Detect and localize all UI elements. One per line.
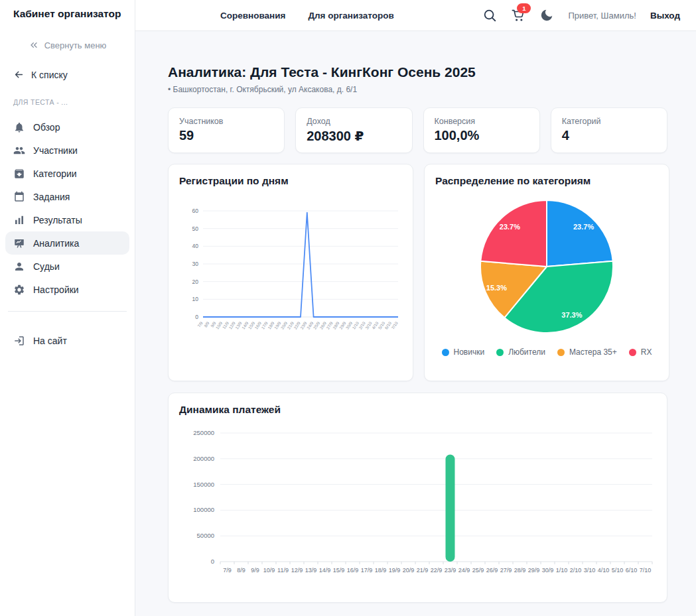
stat-card: Категорий 4	[551, 107, 667, 153]
svg-text:19/9: 19/9	[389, 567, 401, 574]
svg-text:11/9: 11/9	[277, 567, 289, 574]
presentation-icon	[13, 237, 25, 249]
user-greeting: Привет, Шамиль!	[568, 11, 636, 21]
sidebar-item-person[interactable]: Судьи	[5, 255, 129, 278]
registrations-line-chart: 01020304050607/98/99/910/911/912/913/914…	[179, 192, 402, 353]
legend-item[interactable]: Новички	[442, 347, 485, 357]
sidebar-item-archive[interactable]: Категории	[5, 162, 129, 185]
svg-text:22/9: 22/9	[431, 567, 443, 574]
stat-value: 208300 ₽	[307, 128, 401, 144]
double-chevron-left-icon	[29, 40, 39, 50]
sidebar-item-label: Настройки	[33, 284, 79, 295]
calendar-icon	[13, 191, 25, 203]
registrations-chart-title: Регистрации по дням	[179, 175, 402, 187]
svg-text:40: 40	[192, 243, 199, 249]
svg-text:13/9: 13/9	[305, 567, 317, 574]
legend-item[interactable]: RX	[629, 347, 652, 357]
svg-text:0: 0	[211, 558, 214, 565]
topbar-right: 1 Привет, Шамиль! Выход	[482, 8, 680, 23]
search-button[interactable]	[482, 8, 497, 23]
legend-item[interactable]: Мастера 35+	[557, 347, 617, 357]
stats-row: Участников 59 Доход 208300 ₽ Конверсия 1…	[168, 107, 667, 153]
svg-text:28/9: 28/9	[514, 567, 526, 574]
sidebar-item-presentation[interactable]: Аналитика	[5, 231, 129, 255]
svg-text:200000: 200000	[193, 455, 214, 462]
payments-chart-card: Динамика платежей 0500001000001500002000…	[168, 393, 667, 603]
gear-icon	[13, 284, 25, 296]
cart-badge: 1	[517, 3, 531, 13]
cart-button[interactable]: 1	[511, 8, 525, 23]
svg-text:0: 0	[195, 314, 198, 320]
svg-text:7/10: 7/10	[390, 320, 399, 330]
categories-chart-title: Распределение по категориям	[435, 175, 658, 187]
arrow-left-icon	[13, 69, 25, 80]
categories-chart-card: Распределение по категориям 23.7%37.3%15…	[424, 164, 669, 381]
svg-text:14/9: 14/9	[319, 567, 331, 574]
back-to-list-link[interactable]: К списку	[13, 69, 121, 80]
person-icon	[13, 261, 25, 273]
svg-text:21/9: 21/9	[417, 567, 429, 574]
svg-text:7/10: 7/10	[640, 567, 652, 574]
legend-label: RX	[641, 347, 652, 357]
sidebar-item-label: Судьи	[33, 261, 60, 272]
categories-pie-chart: 23.7%37.3%15.3%23.7%	[435, 192, 658, 346]
legend-dot-icon	[629, 349, 636, 356]
sidebar-item-label: Участники	[33, 145, 78, 156]
svg-text:3/10: 3/10	[584, 567, 596, 574]
svg-text:24/9: 24/9	[458, 567, 470, 574]
content: Аналитика: Для Теста - КингКонг Осень 20…	[135, 31, 696, 616]
collapse-menu-label: Свернуть меню	[44, 40, 107, 50]
payments-chart-title: Динамика платежей	[179, 404, 656, 416]
svg-text:10: 10	[192, 296, 199, 302]
svg-text:2/10: 2/10	[570, 567, 582, 574]
sidebar-item-bar-chart[interactable]: Результаты	[5, 208, 129, 231]
svg-text:23.7%: 23.7%	[500, 223, 520, 231]
sidebar: Кабинет организатор Свернуть меню К спис…	[0, 0, 135, 616]
archive-icon	[13, 168, 25, 180]
svg-text:20: 20	[192, 278, 199, 285]
legend-dot-icon	[496, 349, 504, 356]
nav-link-for-organizers[interactable]: Для организаторов	[308, 11, 393, 21]
sidebar-item-label: Обзор	[33, 122, 60, 133]
app-root: Кабинет организатор Свернуть меню К спис…	[0, 0, 696, 616]
sidebar-divider	[8, 311, 127, 312]
stat-card: Конверсия 100,0%	[423, 107, 540, 153]
svg-text:50000: 50000	[197, 532, 214, 539]
legend-item[interactable]: Любители	[496, 347, 545, 357]
charts-row: Регистрации по дням 01020304050607/98/99…	[168, 164, 667, 381]
sidebar-item-label: Результаты	[33, 215, 82, 225]
sidebar-item-bell[interactable]: Обзор	[5, 115, 129, 139]
topbar: Соревнования Для организаторов 1 Привет,…	[135, 0, 696, 31]
event-location-text: Башкортостан, г. Октябрьский, ул Аксаков…	[173, 85, 358, 94]
dark-mode-toggle[interactable]	[539, 8, 554, 23]
search-icon	[482, 8, 497, 23]
svg-text:4/10: 4/10	[598, 567, 610, 574]
bell-icon	[13, 121, 25, 133]
sidebar-item-label: На сайт	[33, 336, 67, 346]
collapse-menu-button[interactable]: Свернуть меню	[0, 40, 135, 50]
svg-text:16/9: 16/9	[347, 567, 359, 574]
logout-button[interactable]: Выход	[650, 11, 680, 21]
back-to-list-label: К списку	[31, 70, 68, 80]
svg-text:250000: 250000	[193, 429, 214, 436]
stat-card: Доход 208300 ₽	[295, 107, 412, 153]
sidebar-item-gear[interactable]: Настройки	[5, 278, 129, 301]
sidebar-item-calendar[interactable]: Задания	[5, 185, 129, 208]
svg-text:15/9: 15/9	[333, 567, 345, 574]
legend-dot-icon	[557, 349, 565, 356]
nav-link-competitions[interactable]: Соревнования	[220, 11, 285, 21]
svg-text:60: 60	[192, 208, 199, 214]
app-title: Кабинет организатор	[0, 8, 135, 20]
svg-text:8/9: 8/9	[237, 567, 245, 574]
svg-text:8/9: 8/9	[203, 320, 210, 328]
sidebar-item-site[interactable]: На сайт	[5, 329, 129, 352]
stat-value: 59	[179, 128, 273, 143]
svg-text:1/10: 1/10	[556, 567, 568, 574]
svg-text:25/9: 25/9	[472, 567, 484, 574]
sidebar-footer-menu: На сайт	[0, 329, 135, 352]
svg-text:150000: 150000	[193, 481, 214, 488]
svg-text:20/9: 20/9	[403, 567, 415, 574]
pie-legend: Новички Любители Мастера 35+ RX	[435, 347, 658, 357]
sidebar-item-users[interactable]: Участники	[5, 139, 129, 162]
legend-label: Мастера 35+	[569, 347, 617, 357]
